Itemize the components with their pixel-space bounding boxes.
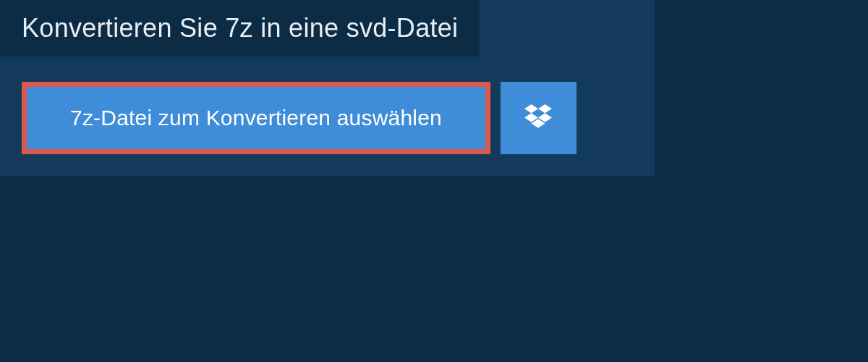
select-file-highlight: 7z-Datei zum Konvertieren auswählen <box>22 82 490 154</box>
page-title: Konvertieren Sie 7z in eine svd-Datei <box>22 13 458 43</box>
action-row: 7z-Datei zum Konvertieren auswählen <box>0 56 655 154</box>
select-file-button[interactable]: 7z-Datei zum Konvertieren auswählen <box>27 87 485 149</box>
header-bar: Konvertieren Sie 7z in eine svd-Datei <box>0 0 480 56</box>
dropbox-icon <box>524 104 552 132</box>
converter-panel: Konvertieren Sie 7z in eine svd-Datei 7z… <box>0 0 655 176</box>
dropbox-button[interactable] <box>501 82 576 154</box>
